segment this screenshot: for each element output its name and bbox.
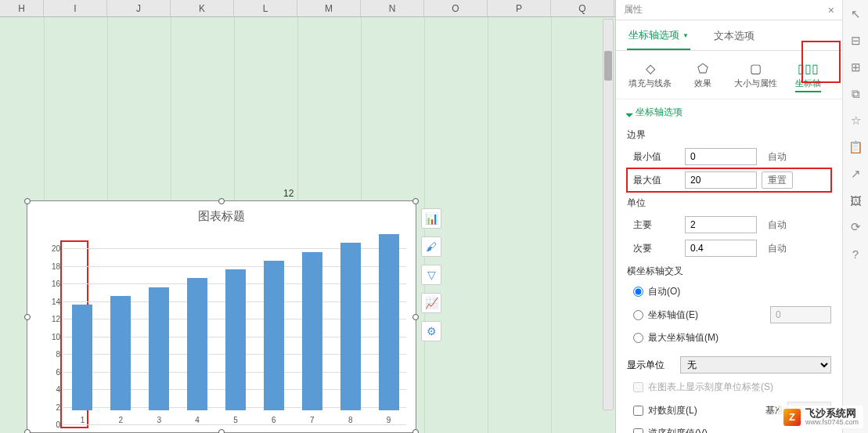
bar[interactable] — [149, 287, 169, 411]
bookmark-icon[interactable]: ⧉ — [848, 86, 863, 102]
chart-object[interactable]: 图表标题 02468101214161820123456789 — [27, 200, 416, 433]
col-header[interactable]: N — [361, 0, 424, 16]
cross-at-input — [770, 306, 831, 323]
panel-icon-tabs: ◇填充与线条 ⬠效果 ▢大小与属性 ▯▯▯坐标轴 — [616, 51, 842, 99]
share-icon[interactable]: ↗ — [848, 166, 863, 182]
group-cross: 横坐标轴交叉 — [627, 260, 831, 281]
major-input[interactable] — [685, 216, 757, 233]
picon-fill[interactable]: ◇填充与线条 — [624, 60, 676, 92]
col-header[interactable]: I — [44, 0, 107, 16]
bars-icon: 📊 — [425, 212, 438, 225]
radio-at-max[interactable]: 最大坐标轴值(M) — [627, 327, 831, 348]
clipboard-icon[interactable]: 📋 — [848, 139, 863, 155]
settings-icon[interactable]: ⊟ — [848, 33, 863, 49]
column-headers: H I J K L M N O P Q — [0, 0, 615, 17]
chk-show-unit-label: 在图表上显示刻度单位标签(S) — [627, 377, 831, 398]
star-icon[interactable]: ☆ — [848, 113, 863, 128]
resize-handle[interactable] — [412, 314, 419, 320]
resize-handle[interactable] — [218, 429, 225, 433]
col-header[interactable]: J — [107, 0, 171, 16]
cell-value: 12 — [283, 188, 294, 199]
bar[interactable] — [379, 234, 399, 410]
min-auto-label: 自动 — [762, 150, 793, 164]
chart-elements-button[interactable]: 📊 — [421, 208, 441, 229]
max-input[interactable] — [685, 171, 757, 189]
effects-icon: ⬠ — [676, 60, 729, 78]
minor-input[interactable] — [685, 240, 757, 257]
bar[interactable] — [225, 269, 246, 410]
group-units: 单位 — [627, 192, 831, 213]
row-max: 最大值 重置 — [627, 168, 831, 192]
col-header[interactable]: M — [297, 0, 361, 16]
chart-data-button[interactable]: 📈 — [421, 293, 441, 313]
bar[interactable] — [72, 305, 92, 410]
gear-icon: ⚙ — [427, 325, 437, 337]
min-input[interactable] — [685, 148, 757, 165]
bar[interactable] — [264, 261, 284, 410]
watermark-logo: Z — [783, 409, 801, 426]
picon-size[interactable]: ▢大小与属性 — [729, 60, 782, 92]
close-icon[interactable]: × — [828, 4, 834, 16]
row-major: 主要 自动 — [627, 213, 831, 236]
resize-handle[interactable] — [412, 198, 419, 204]
brush-icon: 🖌 — [426, 240, 437, 253]
row-min: 最小值 自动 — [627, 145, 831, 168]
resize-handle[interactable] — [24, 314, 31, 320]
chart-settings-button[interactable]: ⚙ — [421, 321, 441, 341]
row-minor: 次要 自动 — [627, 236, 831, 260]
bar[interactable] — [110, 296, 131, 410]
cursor-icon[interactable]: ↖ — [848, 6, 863, 22]
group-bounds: 边界 — [627, 124, 831, 145]
vertical-scrollbar[interactable] — [603, 19, 614, 410]
plot-area[interactable]: 02468101214161820123456789 — [63, 234, 406, 424]
col-header[interactable]: K — [171, 0, 234, 16]
funnel-icon: ▽ — [427, 269, 436, 281]
resize-handle[interactable] — [24, 198, 31, 204]
resize-handle[interactable] — [412, 429, 419, 433]
chart-floating-toolbar: 📊 🖌 ▽ 📈 ⚙ — [421, 208, 443, 349]
reset-button[interactable]: 重置 — [762, 171, 793, 189]
size-icon: ▢ — [729, 60, 782, 78]
col-header[interactable]: L — [234, 0, 297, 16]
panel-tabs: 坐标轴选项▼ 文本选项 — [616, 20, 842, 51]
col-header[interactable]: H — [0, 0, 44, 16]
paint-icon: ◇ — [624, 60, 676, 78]
resize-handle[interactable] — [218, 198, 225, 204]
radio-auto[interactable]: 自动(O) — [627, 281, 831, 302]
axis-icon: ▯▯▯ — [782, 60, 834, 78]
panel-title: 属性 — [624, 3, 643, 16]
picon-effects[interactable]: ⬠效果 — [676, 60, 729, 92]
display-unit-select[interactable]: 无 — [680, 356, 831, 373]
bar[interactable] — [340, 243, 361, 410]
properties-panel: 属性 × 坐标轴选项▼ 文本选项 ◇填充与线条 ⬠效果 ▢大小与属性 ▯▯▯坐标… — [615, 0, 842, 433]
chevron-down-icon: ▼ — [683, 32, 689, 39]
chart-title[interactable]: 图表标题 — [27, 201, 416, 224]
help-icon[interactable]: ? — [848, 246, 863, 262]
chart-styles-button[interactable]: 🖌 — [421, 236, 441, 257]
panel-header: 属性 × — [616, 0, 842, 20]
right-rail: ↖ ⊟ ⊞ ⧉ ☆ 📋 ↗ 🖼 ⟳ ? — [842, 0, 868, 433]
watermark: Z 飞沙系统网 www.fs0745.com — [779, 406, 863, 428]
col-header[interactable]: O — [424, 0, 488, 16]
spreadsheet-area: H I J K L M N O P Q 12 图表标题 024681012141… — [0, 0, 615, 433]
display-unit-label: 显示单位 — [627, 359, 680, 372]
tab-text-options[interactable]: 文本选项 — [712, 25, 756, 50]
radio-at-value[interactable]: 坐标轴值(E) — [627, 302, 831, 327]
bar[interactable] — [302, 252, 322, 411]
analysis-icon[interactable]: ⊞ — [848, 60, 863, 75]
refresh-icon[interactable]: ⟳ — [848, 219, 863, 235]
col-header[interactable]: Q — [551, 0, 614, 16]
data-icon: 📈 — [425, 297, 438, 309]
tab-axis-options[interactable]: 坐标轴选项▼ — [627, 25, 690, 50]
section-axis-options[interactable]: 坐标轴选项 — [627, 106, 831, 124]
col-header[interactable]: P — [488, 0, 551, 16]
resize-handle[interactable] — [24, 429, 31, 433]
chart-filters-button[interactable]: ▽ — [421, 265, 441, 285]
bar[interactable] — [187, 278, 207, 410]
picon-axis[interactable]: ▯▯▯坐标轴 — [782, 60, 834, 92]
image-icon[interactable]: 🖼 — [848, 193, 863, 208]
